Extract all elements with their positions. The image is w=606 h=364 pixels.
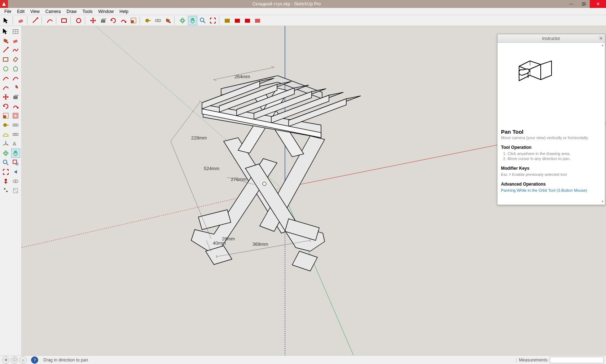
svg-rect-7 [101,20,105,23]
svg-point-54 [16,163,18,165]
zoom-window-tool[interactable] [11,158,21,167]
text-tool[interactable]: A1 [11,130,21,139]
svg-rect-5 [62,19,66,22]
window-title: Складной стул.skp - SketchUp Pro [8,1,565,6]
measurements-input[interactable] [550,357,604,363]
scale-tool[interactable] [129,16,138,25]
move-tool[interactable] [88,16,98,25]
make-component-tool[interactable] [11,27,21,36]
line-tool[interactable] [1,45,10,55]
walk-tool[interactable] [1,186,10,195]
3d-text-tool[interactable]: A [11,139,21,148]
rotate-tool[interactable] [109,16,118,25]
svg-text:A1: A1 [157,19,160,22]
maximize-button[interactable] [578,0,590,8]
follow-me-tool[interactable] [119,16,128,25]
position-camera-tool[interactable] [1,177,10,186]
share-model-tool[interactable] [233,16,242,25]
3point-arc-tool[interactable] [1,83,10,92]
paint-bucket-tool[interactable] [1,36,10,45]
axes-tool[interactable] [1,139,10,148]
svg-point-17 [181,18,184,23]
menu-help[interactable]: Help [117,8,131,15]
geolocation-icon[interactable]: ⊕ [2,356,9,364]
circle-tool[interactable] [74,16,83,25]
svg-rect-40 [6,125,9,125]
svg-line-98 [171,141,211,239]
push-pull-tool[interactable] [11,92,21,102]
section-plane-tool[interactable] [11,186,21,195]
instructor-adv-link[interactable]: Panning While in the Orbit Tool (3-Butto… [501,188,587,192]
scale-tool[interactable] [1,111,10,120]
instructor-op-title: Tool Operation [501,145,601,150]
zoom-extents-tool[interactable] [208,16,218,25]
2point-arc-tool[interactable] [11,74,21,83]
menu-file[interactable]: File [1,8,14,15]
paint-bucket-tool[interactable] [163,16,173,25]
svg-line-46 [6,144,8,145]
line-tool[interactable] [31,16,40,25]
orbit-tool[interactable] [178,16,187,25]
polygon-tool[interactable] [11,64,21,74]
freehand-tool[interactable] [11,45,21,55]
select-tool[interactable] [1,27,10,36]
svg-line-96 [271,66,274,67]
eraser-tool[interactable] [16,16,26,25]
menu-tools[interactable]: Tools [80,8,96,15]
protractor-tool[interactable] [1,130,10,139]
menu-view[interactable]: View [27,8,43,15]
extension-warehouse-tool[interactable] [243,16,252,25]
move-tool[interactable] [1,92,10,102]
circle-tool[interactable] [1,64,10,74]
layout-tool[interactable] [253,16,262,25]
close-button[interactable]: ✕ [590,0,606,8]
tape-measure-tool[interactable] [143,16,153,25]
orbit-tool[interactable] [1,148,10,158]
eraser-tool[interactable] [11,36,21,45]
svg-rect-38 [14,114,17,117]
arc-tool[interactable] [1,74,10,83]
menu-edit[interactable]: Edit [14,8,27,15]
instructor-header[interactable]: Instructor ✕ [497,34,605,43]
rectangle-tool[interactable] [1,55,10,64]
svg-line-47 [3,144,6,145]
zoom-tool[interactable] [198,16,207,25]
svg-point-32 [4,67,8,71]
dimension-tool[interactable]: A1 [11,120,21,130]
instructor-mod-text: Esc = Enable previously selected tool [501,172,601,177]
zoom-extents-tool[interactable] [1,167,10,177]
rotated-rectangle-tool[interactable] [11,55,21,64]
scroll-down-icon[interactable]: ▾ [602,199,603,203]
scroll-up-icon[interactable]: ▴ [602,43,603,47]
look-around-tool[interactable] [11,177,21,186]
get-models-tool[interactable] [223,16,232,25]
menu-draw[interactable]: Draw [64,8,80,15]
rotate-tool[interactable] [1,102,10,111]
pan-tool[interactable] [11,148,21,158]
svg-line-61 [13,188,18,193]
follow-me-tool[interactable] [11,102,21,111]
user-icon[interactable]: ☺ [19,356,27,364]
offset-tool[interactable] [11,111,21,120]
viewport[interactable]: 264mm 228mm 524mm 276mm 28mm 40mm 369mm [22,26,606,355]
push-pull-tool[interactable] [98,16,108,25]
pie-tool[interactable] [11,83,21,92]
instructor-body: ▴ Pan Tool Mo [497,43,605,205]
menu-camera[interactable]: Camera [43,8,64,15]
instructor-close-button[interactable]: ✕ [598,36,603,41]
arc-tool[interactable] [45,16,54,25]
dimension-tool[interactable]: A1 [153,16,163,25]
svg-point-59 [6,191,8,192]
credits-icon[interactable]: ⓘ [11,356,18,364]
zoom-tool[interactable] [1,158,10,167]
help-icon[interactable]: ? [31,356,38,364]
previous-tool[interactable] [11,167,21,177]
select-tool[interactable] [2,16,11,25]
menu-window[interactable]: Window [96,8,117,15]
svg-line-19 [203,21,205,23]
minimize-button[interactable]: — [565,0,578,8]
tape-measure-tool[interactable] [1,120,10,130]
svg-marker-75 [292,251,317,271]
pan-tool[interactable] [188,16,197,25]
rectangle-tool[interactable] [60,16,69,25]
